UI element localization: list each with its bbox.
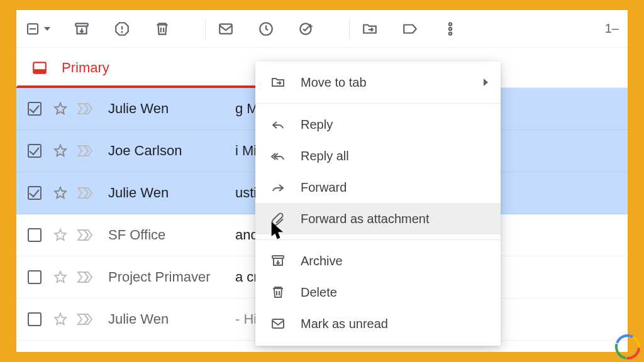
importance-marker-icon[interactable]	[77, 271, 94, 283]
menu-label: Forward as attachment	[301, 212, 430, 226]
svg-point-13	[449, 27, 452, 30]
delete-button[interactable]	[153, 20, 171, 38]
row-checkbox[interactable]	[28, 186, 42, 200]
svg-point-14	[449, 32, 452, 35]
row-checkbox[interactable]	[28, 144, 42, 158]
mark-unread-button[interactable]	[217, 20, 235, 38]
row-checkbox[interactable]	[28, 102, 42, 116]
menu-delete[interactable]: Delete	[255, 277, 501, 308]
menu-reply[interactable]: Reply	[255, 109, 501, 140]
star-icon[interactable]	[53, 185, 68, 200]
toolbar-separator	[205, 19, 206, 39]
star-icon[interactable]	[53, 312, 68, 327]
mouse-cursor	[270, 221, 286, 241]
page-counter: 1–	[605, 21, 619, 36]
report-spam-button[interactable]	[113, 20, 131, 38]
svg-rect-16	[33, 69, 46, 74]
folder-move-icon	[270, 75, 286, 90]
importance-marker-icon[interactable]	[77, 229, 94, 241]
menu-mark-as-unread[interactable]: Mark as unread	[255, 308, 501, 339]
menu-reply-all[interactable]: Reply all	[255, 140, 501, 172]
forward-icon	[270, 180, 286, 195]
archive-button[interactable]	[73, 20, 91, 38]
google-logo-icon	[615, 334, 640, 359]
select-all-dropdown[interactable]	[25, 21, 50, 36]
archive-icon	[270, 253, 286, 268]
svg-rect-1	[30, 28, 36, 30]
row-sender: Julie Wen	[108, 311, 228, 327]
menu-label: Delete	[301, 285, 337, 300]
importance-marker-icon[interactable]	[77, 145, 94, 157]
labels-button[interactable]	[401, 20, 419, 38]
row-sender: Joe Carlson	[108, 143, 228, 159]
menu-divider	[255, 239, 501, 240]
star-icon[interactable]	[53, 228, 68, 243]
row-sender: Julie Wen	[108, 185, 228, 201]
add-to-tasks-button[interactable]	[297, 20, 315, 38]
importance-marker-icon[interactable]	[77, 102, 94, 115]
importance-marker-icon[interactable]	[77, 313, 94, 326]
menu-forward[interactable]: Forward	[255, 172, 501, 203]
row-checkbox[interactable]	[28, 228, 42, 242]
toolbar-separator	[349, 19, 350, 39]
reply-icon	[270, 117, 286, 132]
chevron-down-icon	[44, 27, 50, 31]
menu-archive[interactable]: Archive	[255, 245, 501, 277]
menu-label: Reply	[301, 118, 333, 132]
toolbar: 1–	[16, 10, 628, 48]
star-icon[interactable]	[53, 101, 68, 116]
menu-label: Forward	[301, 180, 347, 195]
svg-rect-17	[272, 256, 284, 258]
row-sender: SF Office	[108, 227, 228, 243]
svg-point-12	[449, 23, 452, 25]
menu-label: Mark as unread	[301, 317, 388, 331]
star-icon[interactable]	[53, 143, 68, 158]
star-icon[interactable]	[53, 270, 68, 285]
mail-icon	[270, 316, 286, 331]
row-checkbox[interactable]	[28, 270, 42, 284]
menu-label: Move to tab	[301, 75, 367, 90]
svg-rect-2	[75, 23, 88, 26]
row-sender: Julie Wen	[108, 101, 228, 117]
menu-move-to-tab[interactable]: Move to tab	[255, 67, 501, 98]
svg-rect-20	[272, 319, 284, 328]
svg-point-4	[121, 31, 122, 32]
trash-icon	[270, 285, 286, 300]
move-to-button[interactable]	[361, 20, 379, 38]
menu-divider	[255, 103, 501, 104]
menu-label: Archive	[301, 254, 343, 268]
importance-marker-icon[interactable]	[77, 187, 94, 199]
gmail-frame: 1– Primary Promotions Julie Weng Meeting…	[16, 10, 628, 352]
menu-forward-as-attachment[interactable]: Forward as attachment	[255, 203, 501, 234]
snooze-button[interactable]	[257, 20, 275, 38]
more-button[interactable]	[441, 20, 459, 38]
menu-label: Reply all	[301, 149, 349, 163]
inbox-icon	[31, 60, 48, 76]
reply-all-icon	[270, 148, 286, 163]
row-sender: Project Primaver	[108, 269, 228, 285]
tab-label: Primary	[62, 60, 109, 76]
svg-rect-7	[219, 24, 232, 33]
row-checkbox[interactable]	[28, 312, 42, 326]
context-menu: Move to tab Reply Reply all Forward Forw…	[255, 62, 501, 346]
